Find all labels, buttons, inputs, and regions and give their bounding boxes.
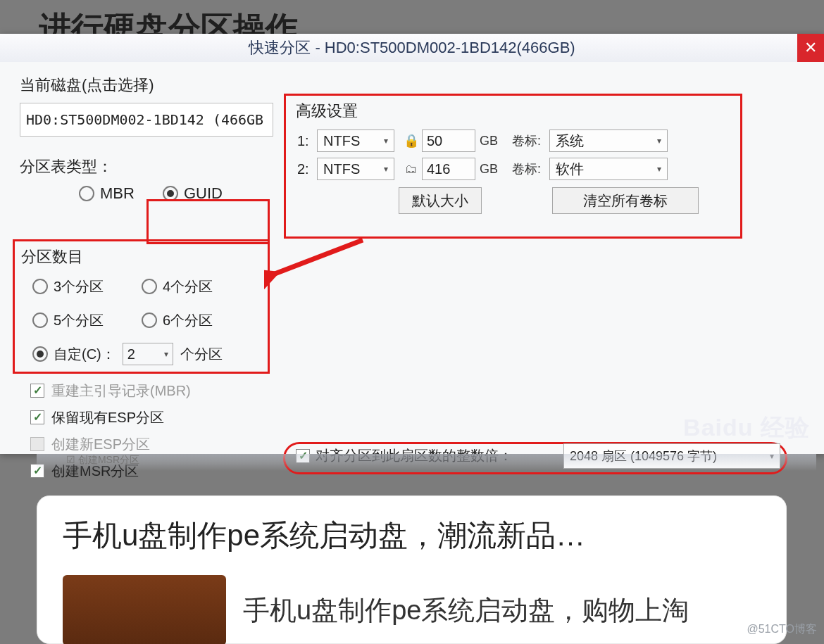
partition-count-label: 分区数目 <box>21 246 83 267</box>
radio-custom-label: 自定(C)： <box>54 345 116 364</box>
close-button[interactable]: ✕ <box>797 34 824 62</box>
checkbox-new-esp-label: 创建新ESP分区 <box>51 435 150 454</box>
row-index: 2: <box>297 161 317 177</box>
quick-partition-dialog: 快速分区 - HD0:ST500DM002-1BD142(466GB) ✕ 当前… <box>0 34 824 454</box>
chevron-down-icon: ▾ <box>164 349 168 359</box>
filesystem-select-2[interactable]: NTFS▾ <box>317 158 394 180</box>
current-disk-label: 当前磁盘(点击选择) <box>20 75 804 96</box>
advanced-settings-label: 高级设置 <box>296 101 358 122</box>
page-watermark: @51CTO博客 <box>747 622 817 637</box>
custom-count-suffix: 个分区 <box>180 345 223 364</box>
radio-4-partitions[interactable]: 4个分区 <box>142 277 251 296</box>
ad-description: 手机u盘制作pe系统启动盘，购物上淘 <box>243 593 689 629</box>
radio-6-label: 6个分区 <box>163 311 213 330</box>
lock-icon: 🔒 <box>403 133 420 149</box>
unit-label: GB <box>480 134 498 149</box>
radio-custom-partitions[interactable]: 自定(C)： <box>32 345 116 364</box>
highlight-guid-box <box>146 199 270 244</box>
partition-row-2: 2: NTFS▾ 🗂 416 GB 卷标: 软件▾ <box>297 155 668 183</box>
clear-labels-button[interactable]: 清空所有卷标 <box>552 187 699 214</box>
volume-label-text: 卷标: <box>512 132 541 149</box>
default-size-button[interactable]: 默认大小 <box>399 187 482 214</box>
baidu-watermark: Baidu 经验 <box>683 412 810 444</box>
faded-background-fragment: ☑ 创建MSR分区 <box>37 454 816 471</box>
radio-5-label: 5个分区 <box>54 311 104 330</box>
dialog-titlebar: 快速分区 - HD0:ST500DM002-1BD142(466GB) ✕ <box>0 34 824 62</box>
size-input-2[interactable]: 416 <box>422 158 475 180</box>
partition-row-1: 1: NTFS▾ 🔒 50 GB 卷标: 系统▾ <box>297 127 668 155</box>
radio-6-partitions[interactable]: 6个分区 <box>142 311 251 330</box>
size-input-1[interactable]: 50 <box>422 130 475 152</box>
checkbox-keep-esp-label: 保留现有ESP分区 <box>51 408 164 427</box>
ad-card[interactable]: 手机u盘制作pe系统启动盘，潮流新品… 手机u盘制作pe系统启动盘，购物上淘 <box>37 495 787 644</box>
custom-count-select[interactable]: 2▾ <box>123 343 173 365</box>
volume-label-select-2[interactable]: 软件▾ <box>549 158 668 180</box>
dialog-title: 快速分区 - HD0:ST500DM002-1BD142(466GB) <box>249 37 575 58</box>
checkbox-rebuild-mbr[interactable]: ✓重建主引导记录(MBR) <box>30 377 191 404</box>
ad-thumbnail <box>63 575 226 644</box>
annotation-arrow <box>264 233 370 289</box>
row-index: 1: <box>297 133 317 149</box>
ad-title: 手机u盘制作pe系统启动盘，潮流新品… <box>63 516 761 555</box>
chevron-down-icon: ▾ <box>384 136 388 146</box>
folder-icon: 🗂 <box>403 162 420 177</box>
checkbox-rebuild-mbr-label: 重建主引导记录(MBR) <box>51 381 191 400</box>
radio-5-partitions[interactable]: 5个分区 <box>32 311 142 330</box>
radio-mbr-label: MBR <box>100 184 135 203</box>
checkbox-keep-esp[interactable]: ✓保留现有ESP分区 <box>30 404 191 431</box>
chevron-down-icon: ▾ <box>657 136 661 146</box>
radio-3-label: 3个分区 <box>54 277 104 296</box>
unit-label: GB <box>480 162 498 177</box>
current-disk-select[interactable]: HD0:ST500DM002-1BD142 (466GB <box>20 103 273 137</box>
radio-4-label: 4个分区 <box>163 277 213 296</box>
custom-count-value: 2 <box>127 346 135 362</box>
chevron-down-icon: ▾ <box>657 164 661 174</box>
radio-3-partitions[interactable]: 3个分区 <box>32 277 142 296</box>
volume-label-text: 卷标: <box>512 160 541 177</box>
radio-mbr[interactable]: MBR <box>79 184 135 203</box>
filesystem-select-1[interactable]: NTFS▾ <box>317 130 394 152</box>
volume-label-select-1[interactable]: 系统▾ <box>549 130 668 152</box>
chevron-down-icon: ▾ <box>384 164 388 174</box>
